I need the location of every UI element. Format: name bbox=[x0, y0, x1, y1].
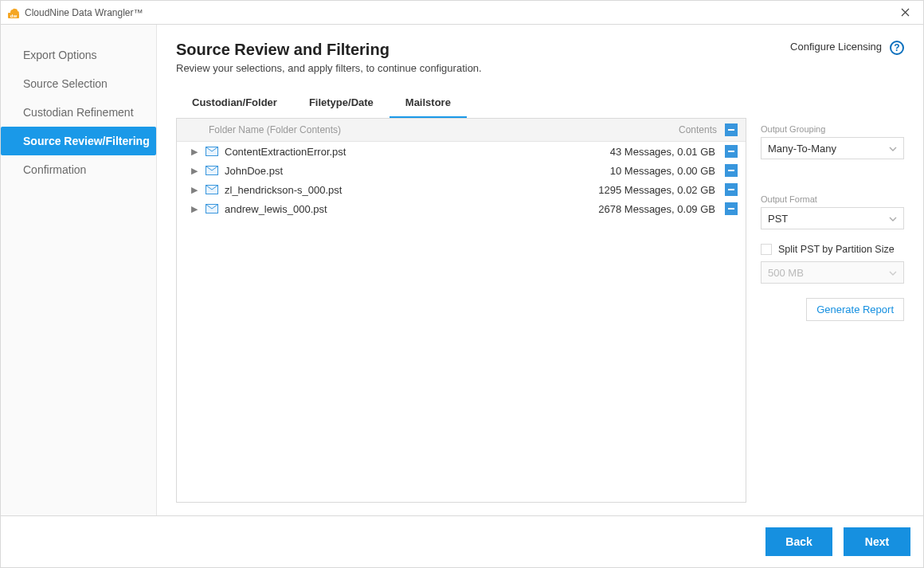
sidebar-step-label: Export Options bbox=[23, 49, 97, 61]
sidebar-step-label: Custodian Refinement bbox=[23, 106, 134, 119]
configure-licensing-link[interactable]: Configure Licensing bbox=[790, 41, 882, 53]
select-value: PST bbox=[768, 213, 788, 225]
wizard-footer: Back Next bbox=[1, 515, 923, 567]
chevron-down-icon bbox=[889, 213, 897, 223]
sidebar-step-source-review[interactable]: Source Review/Filtering bbox=[1, 127, 156, 155]
select-value: Many-To-Many bbox=[768, 143, 836, 155]
chevron-down-icon bbox=[889, 268, 897, 277]
folder-name: ContentExtractionError.pst bbox=[225, 146, 610, 158]
mail-icon bbox=[206, 166, 218, 175]
split-pst-label: Split PST by Partition Size bbox=[778, 244, 895, 255]
row-checkbox[interactable] bbox=[725, 145, 738, 158]
expand-caret-icon[interactable]: ▶ bbox=[191, 204, 199, 214]
mail-icon bbox=[206, 204, 218, 213]
tab-custodian-folder[interactable]: Custodian/Folder bbox=[176, 90, 293, 118]
tab-filetype-date[interactable]: Filetype/Date bbox=[293, 90, 390, 118]
tab-label: Custodian/Folder bbox=[192, 96, 277, 108]
titlebar: dw CloudNine Data Wrangler™ bbox=[1, 1, 923, 25]
page-subtitle: Review your selections, and apply filter… bbox=[176, 62, 790, 74]
mail-icon bbox=[206, 147, 218, 156]
output-grouping-label: Output Grouping bbox=[761, 124, 904, 134]
folder-name: andrew_lewis_000.pst bbox=[225, 203, 598, 215]
sidebar-step-export-options[interactable]: Export Options bbox=[1, 41, 156, 69]
mail-icon bbox=[206, 185, 218, 194]
sidebar-step-label: Source Selection bbox=[23, 77, 108, 90]
output-format-label: Output Format bbox=[761, 194, 904, 204]
output-format-select[interactable]: PST bbox=[761, 207, 904, 229]
back-button[interactable]: Back bbox=[765, 527, 832, 556]
content-area: Source Review and Filtering Review your … bbox=[157, 25, 923, 515]
tab-label: Filetype/Date bbox=[309, 96, 374, 108]
sidebar-step-custodian-refinement[interactable]: Custodian Refinement bbox=[1, 98, 156, 127]
svg-text:dw: dw bbox=[10, 14, 18, 18]
row-checkbox[interactable] bbox=[725, 164, 738, 177]
page-header: Source Review and Filtering Review your … bbox=[176, 41, 904, 74]
folder-contents: 10 Messages, 0.00 GB bbox=[610, 165, 715, 177]
sidebar-step-source-selection[interactable]: Source Selection bbox=[1, 69, 156, 98]
folder-name: zl_hendrickson-s_000.pst bbox=[225, 184, 598, 196]
output-grouping-select[interactable]: Many-To-Many bbox=[761, 137, 904, 159]
sidebar-step-label: Source Review/Filtering bbox=[23, 135, 150, 147]
mailstore-table: Folder Name (Folder Contents) Contents ▶… bbox=[176, 118, 746, 503]
folder-name: JohnDoe.pst bbox=[225, 165, 610, 177]
button-label: Back bbox=[785, 535, 812, 548]
sidebar-step-confirmation[interactable]: Confirmation bbox=[1, 155, 156, 184]
select-value: 500 MB bbox=[768, 267, 804, 279]
app-window: dw CloudNine Data Wrangler™ Export Optio… bbox=[0, 0, 924, 568]
column-header-contents[interactable]: Contents bbox=[661, 124, 717, 135]
folder-contents: 2678 Messages, 0.09 GB bbox=[598, 203, 715, 215]
row-checkbox[interactable] bbox=[725, 183, 738, 196]
split-pst-checkbox[interactable] bbox=[761, 244, 772, 255]
header-checkbox[interactable] bbox=[725, 123, 738, 136]
button-label: Next bbox=[865, 535, 889, 548]
close-icon[interactable] bbox=[893, 4, 917, 22]
column-header-folder[interactable]: Folder Name (Folder Contents) bbox=[209, 124, 661, 135]
table-body: ▶ ContentExtractionError.pst 43 Messages… bbox=[177, 142, 746, 502]
output-options-panel: Output Grouping Many-To-Many Output Form… bbox=[761, 118, 904, 503]
table-row[interactable]: ▶ ContentExtractionError.pst 43 Messages… bbox=[177, 142, 746, 161]
window-title: CloudNine Data Wrangler™ bbox=[25, 7, 143, 18]
page-title: Source Review and Filtering bbox=[176, 41, 790, 59]
folder-contents: 43 Messages, 0.01 GB bbox=[610, 146, 715, 158]
next-button[interactable]: Next bbox=[844, 527, 910, 556]
table-row[interactable]: ▶ andrew_lewis_000.pst 2678 Messages, 0.… bbox=[177, 199, 746, 218]
button-label: Generate Report bbox=[816, 304, 894, 315]
tab-label: Mailstore bbox=[405, 96, 451, 108]
table-row[interactable]: ▶ JohnDoe.pst 10 Messages, 0.00 GB bbox=[177, 161, 746, 180]
app-logo-icon: dw bbox=[7, 6, 20, 19]
expand-caret-icon[interactable]: ▶ bbox=[191, 166, 199, 176]
expand-caret-icon[interactable]: ▶ bbox=[191, 147, 199, 157]
chevron-down-icon bbox=[889, 143, 897, 153]
wizard-sidebar: Export Options Source Selection Custodia… bbox=[1, 25, 157, 515]
table-header: Folder Name (Folder Contents) Contents bbox=[177, 119, 746, 142]
help-icon[interactable]: ? bbox=[890, 41, 904, 55]
folder-contents: 1295 Messages, 0.02 GB bbox=[598, 184, 715, 196]
table-row[interactable]: ▶ zl_hendrickson-s_000.pst 1295 Messages… bbox=[177, 180, 746, 199]
expand-caret-icon[interactable]: ▶ bbox=[191, 185, 199, 195]
partition-size-select[interactable]: 500 MB bbox=[761, 261, 904, 284]
tab-bar: Custodian/Folder Filetype/Date Mailstore bbox=[176, 90, 904, 118]
row-checkbox[interactable] bbox=[725, 202, 738, 215]
tab-mailstore[interactable]: Mailstore bbox=[390, 90, 467, 118]
generate-report-button[interactable]: Generate Report bbox=[806, 298, 904, 321]
sidebar-step-label: Confirmation bbox=[23, 163, 86, 176]
